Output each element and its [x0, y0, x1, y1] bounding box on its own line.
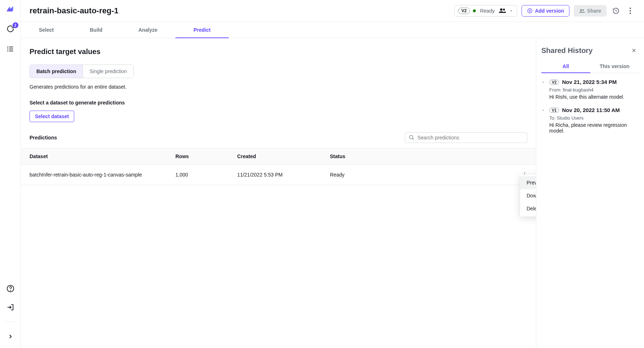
notification-badge: 2 [13, 22, 18, 28]
search-input-wrap[interactable] [405, 132, 527, 143]
add-version-button[interactable]: Add version [522, 5, 569, 17]
history-timestamp: Nov 21, 2022 5:34 PM [562, 79, 617, 85]
people-icon [499, 8, 506, 14]
menu-item-preview[interactable]: Preview [520, 176, 536, 189]
version-selector[interactable]: V2 Ready [454, 5, 517, 17]
tab-predict[interactable]: Predict [175, 22, 228, 38]
status-dot-icon [473, 9, 476, 12]
search-input[interactable] [417, 135, 523, 140]
svg-point-15 [630, 13, 631, 14]
history-item: V2 Nov 21, 2022 5:34 PM From: final-bugb… [541, 79, 639, 100]
history-version-pill: V1 [549, 108, 559, 113]
history-timestamp: Nov 20, 2022 11:50 AM [562, 107, 620, 113]
history-tab-this-version[interactable]: This version [590, 60, 639, 73]
tab-select[interactable]: Select [21, 22, 72, 38]
svg-point-8 [500, 8, 503, 11]
svg-point-7 [10, 290, 10, 291]
history-icon[interactable] [611, 6, 621, 16]
subtab-batch[interactable]: Batch prediction [30, 65, 82, 78]
list-icon[interactable] [6, 45, 15, 53]
collapse-icon[interactable] [541, 79, 546, 85]
svg-point-16 [410, 135, 413, 139]
menu-item-download[interactable]: Download [520, 189, 536, 202]
col-rows: Rows [175, 148, 237, 165]
table-row[interactable]: batchInfer-retrain-basic-auto-reg-1-canv… [21, 165, 536, 185]
chevron-down-icon [509, 9, 513, 13]
menu-item-delete[interactable]: Delete [520, 202, 536, 215]
add-version-label: Add version [535, 8, 564, 14]
predictions-table: Dataset Rows Created Status batchInfer-r… [21, 148, 536, 185]
history-tab-all[interactable]: All [541, 60, 590, 73]
cell-created: 11/21/2022 5:53 PM [237, 165, 330, 185]
svg-point-14 [630, 10, 631, 12]
exit-icon[interactable] [6, 303, 15, 312]
svg-point-0 [7, 46, 8, 48]
subtab-single[interactable]: Single prediction [82, 65, 133, 78]
history-meta: To: Studio Users [549, 115, 639, 121]
close-icon[interactable] [629, 45, 639, 55]
cell-dataset: batchInfer-retrain-basic-auto-reg-1-canv… [21, 165, 175, 185]
history-item: V1 Nov 20, 2022 11:50 AM To: Studio User… [541, 107, 639, 134]
refresh-icon[interactable]: 2 [6, 24, 15, 33]
divider [5, 322, 16, 322]
search-icon [409, 135, 415, 140]
predictions-label: Predictions [30, 135, 57, 140]
main-tabs: Select Build Analyze Predict [21, 22, 644, 38]
svg-point-12 [582, 9, 584, 11]
expand-icon[interactable] [6, 332, 15, 341]
col-status: Status [330, 148, 522, 165]
shared-history-title: Shared History [541, 46, 592, 55]
svg-point-4 [7, 50, 8, 52]
history-body: Hi Rishi, use this alternate model. [549, 94, 639, 100]
cell-status: Ready [330, 165, 522, 185]
history-meta: From: final-bugbash4 [549, 87, 639, 93]
cell-rows: 1,000 [175, 165, 237, 185]
share-button: Share [574, 5, 607, 17]
app-logo-icon[interactable] [6, 4, 15, 13]
svg-point-17 [524, 173, 525, 173]
help-icon[interactable] [6, 284, 15, 293]
content-heading: Predict target values [30, 48, 527, 56]
col-created: Created [237, 148, 330, 165]
description-text: Generates predictions for an entire data… [30, 84, 527, 90]
row-context-menu: Preview Download Delete [520, 175, 536, 217]
svg-point-2 [7, 49, 8, 50]
share-label: Share [587, 8, 601, 14]
history-version-pill: V2 [549, 80, 559, 85]
tab-build[interactable]: Build [72, 22, 120, 38]
col-dataset: Dataset [21, 148, 175, 165]
svg-point-9 [503, 8, 505, 10]
svg-point-11 [580, 9, 582, 11]
status-text: Ready [480, 8, 495, 14]
tab-analyze[interactable]: Analyze [120, 22, 175, 38]
history-body: Hi Richa, please review regression model… [549, 122, 639, 134]
select-dataset-label: Select a dataset to generate predictions [30, 100, 527, 106]
more-icon[interactable] [625, 6, 635, 16]
prediction-type-tabs: Batch prediction Single prediction [30, 64, 134, 78]
svg-point-13 [630, 8, 631, 9]
svg-rect-3 [9, 49, 13, 49]
version-pill: V2 [458, 8, 470, 14]
collapse-icon[interactable] [541, 107, 546, 113]
svg-rect-1 [9, 47, 13, 48]
page-title: retrain-basic-auto-reg-1 [30, 6, 454, 15]
svg-rect-5 [9, 51, 13, 52]
select-dataset-button[interactable]: Select dataset [30, 111, 74, 122]
